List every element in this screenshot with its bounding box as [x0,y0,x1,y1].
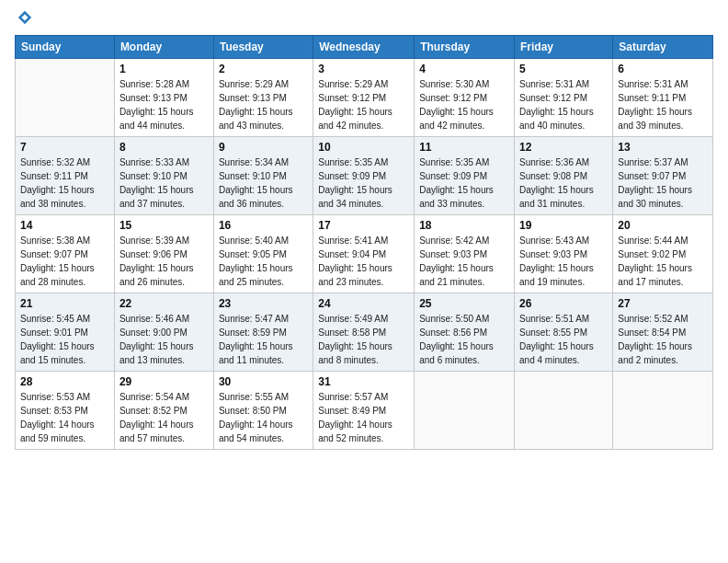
day-number: 17 [318,219,409,232]
day-number: 1 [119,63,209,75]
calendar-cell [16,59,115,137]
day-number: 16 [219,219,308,232]
calendar-cell: 18Sunrise: 5:42 AM Sunset: 9:03 PM Dayli… [415,215,515,293]
day-info: Sunrise: 5:30 AM Sunset: 9:12 PM Dayligh… [419,77,509,132]
day-info: Sunrise: 5:54 AM Sunset: 8:52 PM Dayligh… [119,390,209,445]
calendar-cell: 25Sunrise: 5:50 AM Sunset: 8:56 PM Dayli… [415,293,515,372]
calendar-cell: 10Sunrise: 5:35 AM Sunset: 9:09 PM Dayli… [313,137,415,215]
day-number: 7 [20,141,109,154]
calendar-cell: 1Sunrise: 5:28 AM Sunset: 9:13 PM Daylig… [114,59,213,137]
calendar-cell: 7Sunrise: 5:32 AM Sunset: 9:11 PM Daylig… [16,137,115,215]
calendar-cell: 30Sunrise: 5:55 AM Sunset: 8:50 PM Dayli… [213,372,313,450]
calendar-cell: 12Sunrise: 5:36 AM Sunset: 9:08 PM Dayli… [515,137,613,215]
calendar-cell: 23Sunrise: 5:47 AM Sunset: 8:59 PM Dayli… [213,293,313,372]
calendar-cell: 29Sunrise: 5:54 AM Sunset: 8:52 PM Dayli… [114,372,213,450]
day-info: Sunrise: 5:36 AM Sunset: 9:08 PM Dayligh… [519,155,608,211]
day-number: 22 [119,297,209,310]
weekday-header-sunday: Sunday [16,36,115,59]
day-info: Sunrise: 5:31 AM Sunset: 9:12 PM Dayligh… [519,77,608,132]
day-number: 10 [318,141,409,154]
day-info: Sunrise: 5:37 AM Sunset: 9:07 PM Dayligh… [618,155,708,211]
day-info: Sunrise: 5:31 AM Sunset: 9:11 PM Dayligh… [618,77,708,132]
calendar-cell: 2Sunrise: 5:29 AM Sunset: 9:13 PM Daylig… [213,59,313,137]
calendar-cell: 11Sunrise: 5:35 AM Sunset: 9:09 PM Dayli… [415,137,515,215]
calendar-cell: 9Sunrise: 5:34 AM Sunset: 9:10 PM Daylig… [213,137,313,215]
day-info: Sunrise: 5:43 AM Sunset: 9:03 PM Dayligh… [519,234,608,289]
calendar-cell: 8Sunrise: 5:33 AM Sunset: 9:10 PM Daylig… [114,137,213,215]
calendar-cell: 31Sunrise: 5:57 AM Sunset: 8:49 PM Dayli… [313,372,415,450]
calendar-cell: 4Sunrise: 5:30 AM Sunset: 9:12 PM Daylig… [415,59,515,137]
day-info: Sunrise: 5:38 AM Sunset: 9:07 PM Dayligh… [20,234,109,289]
day-number: 25 [419,297,509,310]
calendar-cell: 20Sunrise: 5:44 AM Sunset: 9:02 PM Dayli… [613,215,713,293]
day-number: 19 [519,219,608,232]
day-number: 5 [519,63,608,75]
day-info: Sunrise: 5:51 AM Sunset: 8:55 PM Dayligh… [519,312,608,367]
day-info: Sunrise: 5:47 AM Sunset: 8:59 PM Dayligh… [219,312,308,367]
day-number: 29 [119,375,209,388]
day-number: 11 [419,141,509,154]
day-number: 30 [219,375,308,388]
day-info: Sunrise: 5:29 AM Sunset: 9:12 PM Dayligh… [318,77,409,132]
day-info: Sunrise: 5:33 AM Sunset: 9:10 PM Dayligh… [119,155,209,211]
calendar-cell: 21Sunrise: 5:45 AM Sunset: 9:01 PM Dayli… [16,293,115,372]
calendar-cell: 19Sunrise: 5:43 AM Sunset: 9:03 PM Dayli… [515,215,613,293]
day-number: 26 [519,297,608,310]
day-number: 12 [519,141,608,154]
day-number: 9 [219,141,308,154]
day-info: Sunrise: 5:45 AM Sunset: 9:01 PM Dayligh… [20,312,109,367]
day-number: 21 [20,297,109,310]
day-number: 6 [618,63,708,75]
calendar-cell: 16Sunrise: 5:40 AM Sunset: 9:05 PM Dayli… [213,215,313,293]
day-number: 24 [318,297,409,310]
calendar-cell: 5Sunrise: 5:31 AM Sunset: 9:12 PM Daylig… [515,59,613,137]
calendar-cell: 27Sunrise: 5:52 AM Sunset: 8:54 PM Dayli… [613,293,713,372]
day-number: 28 [20,375,109,388]
day-number: 15 [119,219,209,232]
day-info: Sunrise: 5:44 AM Sunset: 9:02 PM Dayligh… [618,234,708,289]
weekday-header-saturday: Saturday [613,36,713,59]
weekday-header-wednesday: Wednesday [313,36,415,59]
day-info: Sunrise: 5:29 AM Sunset: 9:13 PM Dayligh… [219,77,308,132]
calendar-cell [415,372,515,450]
calendar-cell: 26Sunrise: 5:51 AM Sunset: 8:55 PM Dayli… [515,293,613,372]
day-info: Sunrise: 5:40 AM Sunset: 9:05 PM Dayligh… [219,234,308,289]
calendar-cell: 17Sunrise: 5:41 AM Sunset: 9:04 PM Dayli… [313,215,415,293]
page-header [15,9,713,28]
day-info: Sunrise: 5:41 AM Sunset: 9:04 PM Dayligh… [318,234,409,289]
day-number: 8 [119,141,209,154]
calendar-cell [515,372,613,450]
day-info: Sunrise: 5:53 AM Sunset: 8:53 PM Dayligh… [20,390,109,445]
logo-icon [17,9,33,26]
calendar-cell: 24Sunrise: 5:49 AM Sunset: 8:58 PM Dayli… [313,293,415,372]
weekday-header-monday: Monday [114,36,213,59]
weekday-header-tuesday: Tuesday [213,36,313,59]
weekday-header-thursday: Thursday [415,36,515,59]
day-number: 2 [219,63,308,75]
day-info: Sunrise: 5:35 AM Sunset: 9:09 PM Dayligh… [419,155,509,211]
calendar-cell: 28Sunrise: 5:53 AM Sunset: 8:53 PM Dayli… [16,372,115,450]
calendar-cell: 14Sunrise: 5:38 AM Sunset: 9:07 PM Dayli… [16,215,115,293]
day-number: 14 [20,219,109,232]
day-info: Sunrise: 5:34 AM Sunset: 9:10 PM Dayligh… [219,155,308,211]
day-number: 23 [219,297,308,310]
day-number: 20 [618,219,708,232]
day-info: Sunrise: 5:46 AM Sunset: 9:00 PM Dayligh… [119,312,209,367]
day-number: 31 [318,375,409,388]
day-number: 18 [419,219,509,232]
day-info: Sunrise: 5:49 AM Sunset: 8:58 PM Dayligh… [318,312,409,367]
day-number: 4 [419,63,509,75]
calendar-cell: 13Sunrise: 5:37 AM Sunset: 9:07 PM Dayli… [613,137,713,215]
day-info: Sunrise: 5:28 AM Sunset: 9:13 PM Dayligh… [119,77,209,132]
day-info: Sunrise: 5:32 AM Sunset: 9:11 PM Dayligh… [20,155,109,211]
calendar-cell: 6Sunrise: 5:31 AM Sunset: 9:11 PM Daylig… [613,59,713,137]
logo [15,9,33,28]
day-info: Sunrise: 5:50 AM Sunset: 8:56 PM Dayligh… [419,312,509,367]
day-info: Sunrise: 5:39 AM Sunset: 9:06 PM Dayligh… [119,234,209,289]
day-info: Sunrise: 5:52 AM Sunset: 8:54 PM Dayligh… [618,312,708,367]
calendar-cell [613,372,713,450]
day-number: 3 [318,63,409,75]
day-number: 13 [618,141,708,154]
day-info: Sunrise: 5:57 AM Sunset: 8:49 PM Dayligh… [318,390,409,445]
day-number: 27 [618,297,708,310]
